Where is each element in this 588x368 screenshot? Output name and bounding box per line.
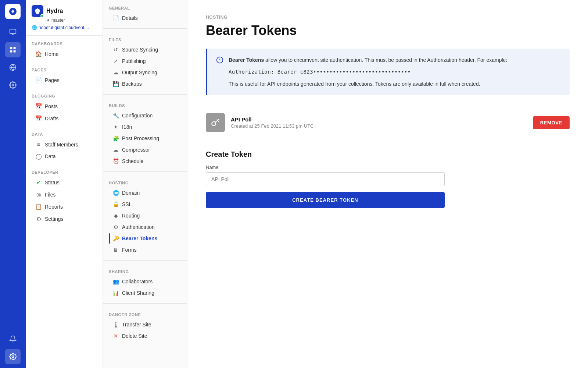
nav-item-ssl[interactable]: 🔒 SSL <box>109 199 181 210</box>
name-label: Name <box>206 164 570 170</box>
sidebar-item-data[interactable]: ◯ Data <box>32 151 97 162</box>
remove-token-button[interactable]: REMOVE <box>533 116 570 129</box>
grid-icon[interactable] <box>5 42 21 57</box>
nav-item-source-syncing[interactable]: ↺ Source Syncing <box>109 44 181 55</box>
section-dashboards: DASHBOARDS 🏠 Home <box>26 36 103 62</box>
posts-icon: 📅 <box>35 103 42 110</box>
token-name: API Poll <box>231 116 527 123</box>
token-info: API Poll Created at 25 Feb 2021 11:53 pm… <box>231 116 527 129</box>
nav-item-client-sharing[interactable]: 📊 Client Sharing <box>109 287 181 298</box>
nav-section-general: GENERAL 📄 Details <box>103 0 187 25</box>
section-data: DATA ≡ Staff Members ◯ Data <box>26 126 103 164</box>
nav-label-hosting: HOSTING <box>109 181 181 185</box>
nav-item-configuration[interactable]: 🔧 Configuration <box>109 110 181 121</box>
svg-point-11 <box>12 356 14 358</box>
data-icon: ◯ <box>35 153 42 160</box>
publishing-icon: ↗ <box>112 58 119 64</box>
svg-rect-4 <box>10 47 12 49</box>
nav-section-hosting: HOSTING 🌐 Domain 🔒 SSL ◆ Routing ⚙ Authe… <box>103 175 187 257</box>
section-blogging: BLOGGING 📅 Posts 📅 Drafts <box>26 88 103 126</box>
config-icon: 🔧 <box>112 113 119 118</box>
nav-item-delete[interactable]: ✕ Delete Site <box>109 330 181 342</box>
create-bearer-token-button[interactable]: CREATE BEARER TOKEN <box>206 192 445 208</box>
info-icon <box>216 56 223 88</box>
site-url[interactable]: 🌐 hopeful-giant.cloudvent.... <box>32 25 97 30</box>
app-logo[interactable] <box>5 4 21 19</box>
info-code-example: Authorization: Bearer c823••••••••••••••… <box>229 68 507 76</box>
nav-section-files: FILES ↺ Source Syncing ↗ Publishing ☁ Ou… <box>103 32 187 91</box>
svg-rect-6 <box>10 50 12 53</box>
icon-rail <box>0 0 26 368</box>
info-bold: Bearer Tokens <box>229 57 264 63</box>
delete-icon: ✕ <box>112 333 119 339</box>
globe-icon[interactable] <box>5 60 21 75</box>
ssl-icon: 🔒 <box>112 201 119 207</box>
app-name-row: Hydra <box>32 5 97 17</box>
settings-icon[interactable] <box>5 77 21 93</box>
routing-icon: ◆ <box>112 213 119 219</box>
svg-rect-5 <box>14 47 16 49</box>
settings-nav-icon: ⚙ <box>35 216 42 222</box>
nav-item-authentication[interactable]: ⚙ Authentication <box>109 222 181 233</box>
home-icon: 🏠 <box>35 51 42 57</box>
sidebar-item-files[interactable]: ◎ Files <box>32 189 97 201</box>
sidebar-item-pages[interactable]: 📄 Pages <box>32 74 97 86</box>
sidebar-item-status[interactable]: ✔ Status <box>32 177 97 188</box>
section-developer: DEVELOPER ✔ Status ◎ Files 📋 Reports ⚙ S… <box>26 164 103 227</box>
sidebar-item-settings[interactable]: ⚙ Settings <box>32 213 97 225</box>
sidebar-item-reports[interactable]: 📋 Reports <box>32 201 97 213</box>
nav-item-details[interactable]: 📄 Details <box>109 13 181 24</box>
post-proc-icon: 🧩 <box>112 135 119 141</box>
section-label-data: DATA <box>32 132 97 137</box>
sidebar-item-drafts[interactable]: 📅 Drafts <box>32 113 97 124</box>
nav-item-schedule[interactable]: ⏰ Schedule <box>109 156 181 167</box>
source-sync-icon: ↺ <box>112 47 119 53</box>
staff-icon: ≡ <box>35 141 42 148</box>
nav-section-danger: DANGER ZONE 🚶 Transfer Site ✕ Delete Sit… <box>103 307 187 343</box>
bell-icon[interactable] <box>5 331 21 347</box>
nav-item-publishing[interactable]: ↗ Publishing <box>109 56 181 67</box>
info-box: Bearer Tokens allow you to circumvent si… <box>206 49 570 95</box>
sidebar-item-posts[interactable]: 📅 Posts <box>32 100 97 112</box>
app-icon <box>32 5 43 17</box>
nav-item-routing[interactable]: ◆ Routing <box>109 210 181 221</box>
sidebar-item-home[interactable]: 🏠 Home <box>32 48 97 60</box>
page-title: Bearer Tokens <box>206 23 570 38</box>
forms-icon: 🖥 <box>112 247 119 253</box>
info-description: allow you to circumvent site authenticat… <box>264 57 507 63</box>
nav-label-general: GENERAL <box>109 6 181 10</box>
reports-icon: 📋 <box>35 204 42 210</box>
nav-panel: GENERAL 📄 Details FILES ↺ Source Syncing… <box>103 0 187 368</box>
nav-item-post-processing[interactable]: 🧩 Post Processing <box>109 133 181 144</box>
token-date: Created at 25 Feb 2021 11:53 pm UTC <box>231 123 527 129</box>
nav-item-i18n[interactable]: ✦ I18n <box>109 121 181 132</box>
current-site-icon[interactable] <box>5 349 21 364</box>
nav-item-output-syncing[interactable]: ☁ Output Syncing <box>109 67 181 78</box>
svg-point-15 <box>212 122 216 126</box>
section-label-blogging: BLOGGING <box>32 94 97 98</box>
section-label-developer: DEVELOPER <box>32 170 97 174</box>
nav-label-files: FILES <box>109 38 181 42</box>
i18n-icon: ✦ <box>112 124 119 130</box>
nav-item-backups[interactable]: 💾 Backups <box>109 78 181 89</box>
nav-item-forms[interactable]: 🖥 Forms <box>109 244 181 255</box>
backups-icon: 💾 <box>112 81 119 87</box>
nav-item-compressor[interactable]: ☁ Compressor <box>109 144 181 155</box>
sidebar-header: Hydra ✦ master 🌐 hopeful-giant.cloudvent… <box>26 0 103 36</box>
domain-icon: 🌐 <box>112 190 119 196</box>
files-icon: ◎ <box>35 191 42 198</box>
auth-icon: ⚙ <box>112 224 119 230</box>
nav-item-transfer[interactable]: 🚶 Transfer Site <box>109 319 181 330</box>
schedule-icon: ⏰ <box>112 158 119 164</box>
nav-item-collaborators[interactable]: 👥 Collaborators <box>109 276 181 287</box>
nav-item-bearer-tokens[interactable]: 🔑 Bearer Tokens <box>109 233 181 244</box>
section-label-dashboards: DASHBOARDS <box>32 42 97 46</box>
create-token-title: Create Token <box>206 150 570 159</box>
monitor-icon[interactable] <box>5 24 21 40</box>
nav-item-domain[interactable]: 🌐 Domain <box>109 187 181 198</box>
main-content: HOSTING Bearer Tokens Bearer Tokens allo… <box>187 0 588 368</box>
pages-icon: 📄 <box>35 77 42 84</box>
token-name-input[interactable] <box>206 172 445 186</box>
sidebar-item-staff[interactable]: ≡ Staff Members <box>32 139 97 150</box>
branch-label: ✦ master <box>46 18 97 23</box>
